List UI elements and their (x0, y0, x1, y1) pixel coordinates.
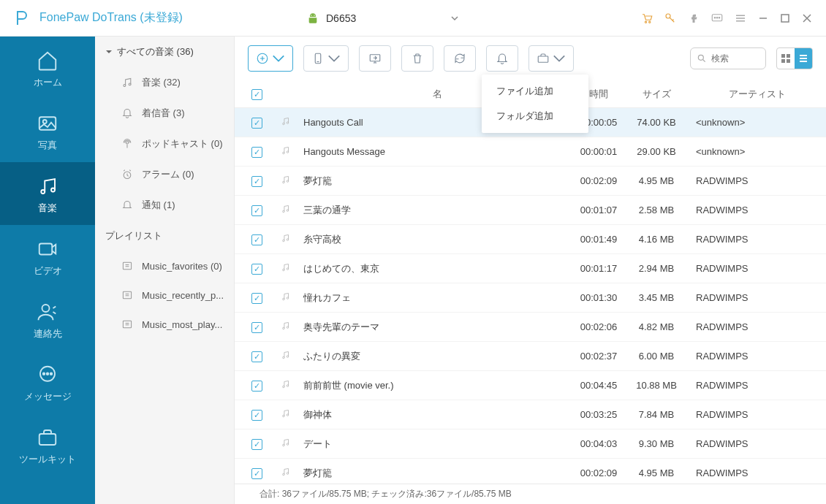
grid-view-button[interactable] (777, 48, 795, 69)
table-row[interactable]: ✓夢灯籠00:02:094.95 MBRADWIMPS (235, 167, 826, 196)
row-checkbox[interactable]: ✓ (251, 468, 262, 479)
svg-point-58 (287, 414, 289, 416)
feedback-icon[interactable] (711, 12, 724, 25)
row-name: 御神体 (300, 408, 572, 421)
svg-point-18 (47, 373, 49, 375)
row-checkbox[interactable]: ✓ (251, 322, 262, 333)
sidebar-item-podcasts[interactable]: ポッドキャスト (0) (95, 129, 234, 159)
minimize-button[interactable] (757, 12, 769, 24)
svg-point-43 (283, 210, 285, 213)
nav-music[interactable]: 音楽 (0, 162, 95, 225)
svg-point-42 (287, 180, 289, 183)
search-input[interactable] (711, 53, 758, 64)
svg-point-21 (124, 85, 126, 87)
toolbox-button[interactable] (528, 45, 574, 72)
col-artist[interactable]: アーティスト (687, 88, 819, 101)
messages-icon (37, 364, 58, 386)
device-selector[interactable]: D6653 (307, 12, 458, 24)
menu-icon[interactable] (734, 12, 747, 25)
svg-rect-35 (781, 59, 785, 63)
table-row[interactable]: ✓憧れカフェ00:01:303.45 MBRADWIMPS (235, 283, 826, 313)
cart-icon[interactable] (640, 12, 653, 25)
row-checkbox[interactable]: ✓ (251, 293, 262, 304)
row-checkbox[interactable]: ✓ (251, 205, 262, 216)
refresh-button[interactable] (444, 45, 476, 72)
table-row[interactable]: ✓デート00:04:039.30 MBRADWIMPS (235, 429, 826, 459)
table-row[interactable]: ✓夢灯籠00:02:094.95 MBRADWIMPS (235, 459, 826, 484)
row-checkbox[interactable]: ✓ (251, 147, 262, 158)
add-button[interactable] (248, 45, 293, 72)
row-artist: <unknown> (687, 146, 819, 157)
nav-contacts-label: 連絡先 (0, 327, 95, 340)
svg-point-2 (645, 21, 646, 23)
sidebar-item-ringtones[interactable]: 着信音 (3) (95, 98, 234, 129)
status-bar: 合計: 36ファイル/85.75 MB; チェック済み:36ファイル/85.75… (235, 484, 826, 504)
sidebar-item-music[interactable]: 音楽 (32) (95, 67, 234, 98)
svg-rect-36 (787, 59, 790, 63)
add-file-option[interactable]: ファイル追加 (482, 79, 588, 104)
row-size: 3.45 MB (626, 292, 687, 303)
playlist-item[interactable]: Music_recently_p... (95, 280, 234, 310)
nav-home[interactable]: ホーム (0, 37, 95, 99)
nav-contacts[interactable]: 連絡先 (0, 288, 95, 351)
delete-button[interactable] (401, 45, 433, 72)
row-checkbox[interactable]: ✓ (251, 176, 262, 187)
nav-video[interactable]: ビデオ (0, 225, 95, 288)
export-to-pc-button[interactable] (359, 45, 391, 72)
table-row[interactable]: ✓はじめての、東京00:01:172.94 MBRADWIMPS (235, 254, 826, 283)
maximize-button[interactable] (779, 12, 791, 24)
svg-rect-27 (123, 321, 131, 328)
facebook-icon[interactable] (687, 12, 700, 25)
playlist-label: Music_most_play... (142, 319, 222, 330)
search-box[interactable] (690, 47, 766, 69)
table-row[interactable]: ✓ふたりの異変00:02:376.00 MBRADWIMPS (235, 342, 826, 371)
row-checkbox[interactable]: ✓ (251, 118, 262, 129)
row-checkbox[interactable]: ✓ (251, 381, 262, 392)
svg-point-19 (50, 373, 53, 375)
svg-point-44 (287, 210, 289, 212)
table-row[interactable]: ✓糸守高校00:01:494.16 MBRADWIMPS (235, 225, 826, 254)
list-icon (798, 53, 808, 64)
table-row[interactable]: ✓前前前世 (movie ver.)00:04:4510.88 MBRADWIM… (235, 371, 826, 400)
table-row[interactable]: ✓御神体00:03:257.84 MBRADWIMPS (235, 400, 826, 429)
row-artist: RADWIMPS (687, 292, 819, 303)
col-size[interactable]: サイズ (626, 88, 687, 101)
row-checkbox[interactable]: ✓ (251, 410, 262, 421)
svg-point-17 (43, 373, 45, 375)
ringtone-button[interactable] (486, 45, 518, 72)
svg-point-0 (311, 15, 311, 15)
svg-rect-33 (781, 54, 785, 58)
row-size: 10.88 MB (626, 380, 687, 391)
playlist-item[interactable]: Music_favorites (0) (95, 251, 234, 280)
table-row[interactable]: ✓Hangouts Message00:00:0129.00 KB<unknow… (235, 137, 826, 167)
music-note-icon (271, 321, 300, 333)
row-checkbox[interactable]: ✓ (251, 439, 262, 450)
sidebar-item-notifications[interactable]: 通知 (1) (95, 190, 234, 221)
nav-photo[interactable]: 写真 (0, 99, 95, 162)
table-row[interactable]: ✓三葉の通学00:01:072.58 MBRADWIMPS (235, 196, 826, 225)
playlist-icon (121, 318, 133, 330)
all-music-header[interactable]: すべての音楽 (36) (95, 37, 234, 67)
svg-point-54 (287, 356, 289, 358)
nav-toolkit[interactable]: ツールキット (0, 413, 95, 476)
close-button[interactable] (801, 12, 813, 24)
list-view-button[interactable] (795, 48, 812, 69)
trash-icon (411, 52, 424, 65)
nav-photo-label: 写真 (0, 139, 95, 152)
add-folder-option[interactable]: フォルダ追加 (482, 104, 588, 129)
export-to-device-button[interactable] (303, 45, 349, 72)
row-checkbox[interactable]: ✓ (251, 264, 262, 275)
music-icon (121, 77, 133, 88)
row-checkbox[interactable]: ✓ (251, 234, 262, 245)
playlist-item[interactable]: Music_most_play... (95, 310, 234, 339)
key-icon[interactable] (664, 12, 677, 25)
select-all-checkbox[interactable]: ✓ (251, 89, 262, 100)
row-checkbox[interactable]: ✓ (251, 351, 262, 362)
grid-icon (781, 53, 791, 64)
nav-messages[interactable]: メッセージ (0, 351, 95, 413)
sidebar-item-alarms[interactable]: アラーム (0) (95, 159, 234, 190)
refresh-icon (453, 52, 466, 65)
bell-icon (496, 52, 509, 65)
music-note-icon (271, 467, 300, 479)
table-row[interactable]: ✓奥寺先輩のテーマ00:02:064.82 MBRADWIMPS (235, 313, 826, 342)
